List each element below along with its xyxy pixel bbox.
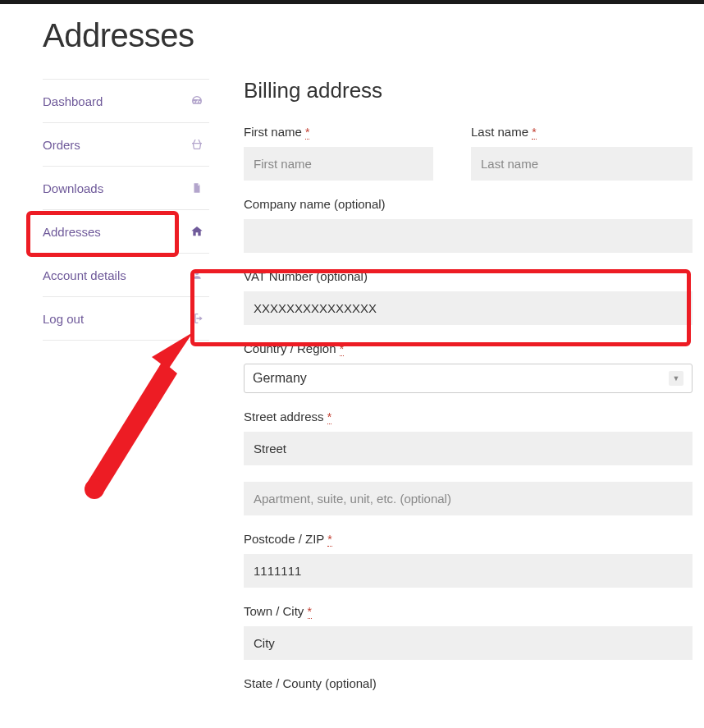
last-name-input[interactable]	[471, 147, 693, 181]
basket-icon	[190, 137, 204, 152]
city-label: Town / City *	[244, 604, 693, 618]
required-marker: *	[340, 342, 344, 356]
street-label: Street address *	[244, 410, 693, 424]
nav-downloads[interactable]: Downloads	[43, 167, 209, 209]
state-label: State / County (optional)	[244, 676, 693, 690]
required-marker: *	[308, 605, 312, 619]
first-name-input[interactable]	[244, 147, 433, 181]
home-icon	[190, 224, 204, 239]
account-nav: Dashboard Orders	[43, 79, 209, 341]
file-icon	[190, 181, 204, 195]
logout-icon	[190, 311, 204, 326]
city-input[interactable]	[244, 626, 693, 660]
required-marker: *	[305, 126, 309, 140]
country-value: Germany	[253, 371, 307, 386]
nav-orders[interactable]: Orders	[43, 123, 209, 166]
nav-label: Downloads	[43, 181, 103, 195]
vat-label: VAT Number (optional)	[244, 269, 693, 283]
nav-label: Log out	[43, 312, 84, 326]
postcode-label: Postcode / ZIP *	[244, 532, 693, 546]
postcode-input[interactable]	[244, 554, 693, 588]
required-marker: *	[327, 533, 331, 547]
nav-logout[interactable]: Log out	[43, 297, 209, 340]
nav-addresses[interactable]: Addresses	[43, 210, 209, 253]
vat-input[interactable]	[244, 291, 693, 325]
nav-label: Dashboard	[43, 94, 103, 108]
dashboard-icon	[190, 94, 204, 108]
nav-label: Orders	[43, 138, 80, 152]
street2-input[interactable]	[244, 482, 693, 515]
nav-label: Addresses	[43, 225, 101, 239]
street-input[interactable]	[244, 432, 693, 465]
nav-dashboard[interactable]: Dashboard	[43, 80, 209, 122]
nav-account-details[interactable]: Account details	[43, 254, 209, 296]
required-marker: *	[327, 410, 331, 424]
page-title: Addresses	[43, 17, 209, 54]
nav-label: Account details	[43, 268, 126, 282]
country-label: Country / Region *	[244, 341, 693, 355]
chevron-down-icon: ▼	[669, 371, 683, 386]
country-select[interactable]: Germany ▼	[244, 364, 693, 393]
last-name-label: Last name *	[471, 125, 693, 139]
form-heading: Billing address	[244, 78, 693, 103]
required-marker: *	[532, 126, 536, 140]
company-label: Company name (optional)	[244, 197, 693, 211]
first-name-label: First name *	[244, 125, 433, 139]
company-input[interactable]	[244, 219, 693, 253]
user-icon	[190, 268, 204, 282]
